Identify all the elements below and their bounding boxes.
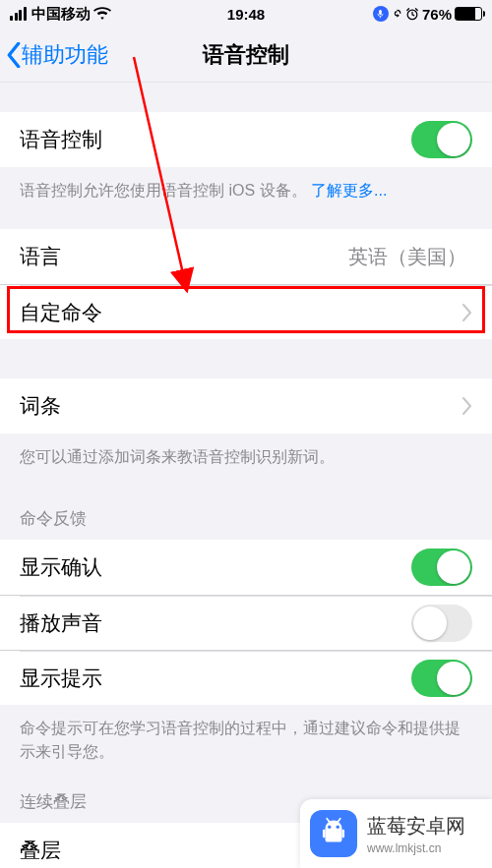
group-feedback: 显示确认 播放声音 显示提示 [0,540,492,705]
row-label: 语音控制 [20,126,411,153]
row-label: 自定命令 [20,299,462,326]
voice-control-toggle[interactable] [411,121,472,158]
watermark-card: 蓝莓安卓网 www.lmkjst.cn [300,799,492,868]
row-show-hints[interactable]: 显示提示 [0,650,492,705]
show-confirm-toggle[interactable] [411,549,472,586]
svg-point-5 [337,826,339,829]
row-label: 显示提示 [20,665,411,692]
page-title: 语音控制 [0,40,492,70]
svg-rect-7 [342,830,345,839]
row-label: 语言 [20,243,348,270]
feedback-header: 命令反馈 [0,482,492,540]
watermark-logo-icon [310,810,357,857]
feedback-footer: 命令提示可在您学习语音控制的过程中，通过建议命令和提供提示来引导您。 [0,705,492,776]
status-bar: 中国移动 19:48 76% [0,0,492,28]
row-language[interactable]: 语言 英语（美国） [0,229,492,284]
voice-control-footer: 语音控制允许您使用语音控制 iOS 设备。 了解更多... [0,167,492,215]
row-label: 播放声音 [20,609,411,637]
svg-point-4 [328,826,331,829]
row-play-sound[interactable]: 播放声音 [0,595,492,650]
show-hints-toggle[interactable] [411,660,472,697]
chevron-right-icon [462,397,472,415]
row-voice-control[interactable]: 语音控制 [0,112,492,167]
group-vocab: 词条 [0,378,492,434]
row-show-confirm[interactable]: 显示确认 [0,540,492,595]
svg-line-9 [338,819,340,822]
nav-bar: 辅助功能 语音控制 [0,28,492,83]
watermark-title: 蓝莓安卓网 [367,813,465,839]
play-sound-toggle[interactable] [411,605,472,642]
row-value: 英语（美国） [348,244,466,270]
watermark-subtitle: www.lmkjst.cn [367,841,465,855]
chevron-right-icon [462,304,472,321]
svg-rect-6 [323,830,326,839]
row-custom-commands[interactable]: 自定命令 [0,284,492,339]
status-time: 19:48 [0,6,492,23]
row-label: 显示确认 [20,553,411,581]
row-label: 词条 [20,392,462,420]
svg-line-8 [327,819,330,822]
battery-icon [455,7,482,21]
group-lang-commands: 语言 英语（美国） 自定命令 [0,229,492,339]
watermark-text: 蓝莓安卓网 www.lmkjst.cn [367,813,465,855]
vocab-footer: 您可以通过添加词条来教语音控制识别新词。 [0,434,492,482]
group-voice-control: 语音控制 [0,112,492,167]
learn-more-link[interactable]: 了解更多... [311,182,387,199]
row-vocab[interactable]: 词条 [0,378,492,434]
